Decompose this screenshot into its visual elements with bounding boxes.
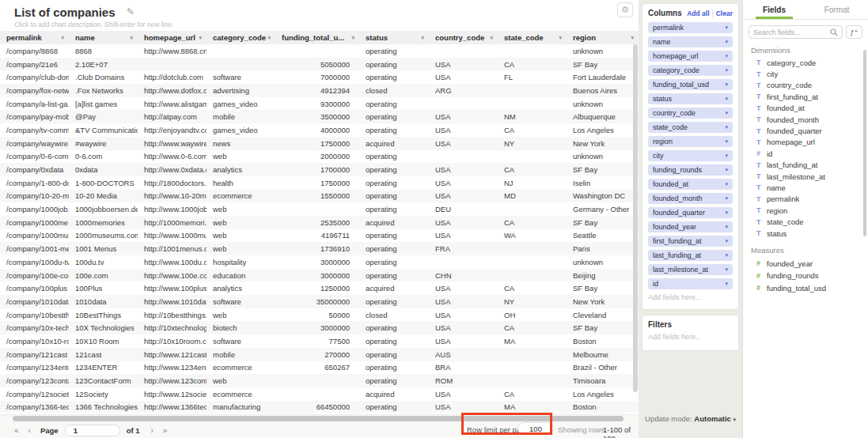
column-chip-category_code[interactable]: category_code▾ [648, 65, 733, 76]
field-item-founded_at[interactable]: Tfounded_at [743, 103, 868, 114]
measure-item-founded_year[interactable]: #founded_year [743, 257, 868, 270]
field-item-country_code[interactable]: Tcountry_code [743, 80, 868, 91]
chevron-down-icon[interactable]: ▾ [725, 153, 728, 159]
chevron-down-icon[interactable]: ▾ [725, 110, 728, 116]
column-header-homepage_url[interactable]: homepage_url▾ [138, 31, 207, 44]
sort-caret-icon[interactable]: ▾ [199, 35, 202, 41]
sort-caret-icon[interactable]: ▾ [631, 35, 634, 41]
field-item-founded_month[interactable]: Tfounded_month [743, 114, 868, 125]
chevron-down-icon[interactable]: ▾ [725, 25, 728, 31]
column-chip-name[interactable]: name▾ [648, 36, 733, 47]
filters-dropzone-placeholder[interactable]: Add fields here... [648, 333, 733, 341]
fields-scrollbar[interactable] [863, 50, 866, 236]
column-chip-country_code[interactable]: country_code▾ [648, 108, 733, 119]
chevron-down-icon[interactable]: ▾ [725, 81, 728, 88]
column-chip-status[interactable]: status▾ [648, 93, 733, 104]
chevron-down-icon[interactable]: ▾ [725, 252, 728, 259]
field-item-state_code[interactable]: Tstate_code [743, 216, 868, 227]
sort-caret-icon[interactable]: ▾ [421, 35, 424, 41]
measure-item-funding_rounds[interactable]: #funding_rounds [743, 270, 868, 282]
add-formula-button[interactable]: ƒ⁺ [846, 25, 862, 39]
chevron-down-icon[interactable]: ▾ [725, 53, 728, 59]
sort-caret-icon[interactable]: ▾ [61, 35, 64, 41]
column-header-status[interactable]: status▾ [359, 31, 429, 44]
field-item-id[interactable]: #id [743, 148, 868, 159]
clear-link[interactable]: Clear [716, 9, 733, 17]
chevron-down-icon[interactable]: ▾ [725, 181, 728, 187]
vertical-scrollbar[interactable] [633, 44, 638, 411]
chevron-down-icon[interactable]: ▾ [725, 67, 728, 74]
column-header-country_code[interactable]: country_code▾ [429, 31, 498, 44]
column-chip-permalink[interactable]: permalink▾ [648, 22, 733, 33]
column-chip-funding_rounds[interactable]: funding_rounds▾ [648, 164, 733, 176]
table-settings-button[interactable]: ⚙ [617, 2, 633, 17]
sort-caret-icon[interactable]: ▾ [559, 35, 562, 41]
field-item-permalink[interactable]: Tpermalink [743, 194, 868, 205]
filters-section: Filters Add fields here... [642, 315, 739, 351]
table-cell: CHN [429, 271, 498, 280]
column-chip-last_milestone_at[interactable]: last_milestone_at▾ [648, 264, 733, 275]
column-chip-state_code[interactable]: state_code▾ [648, 122, 733, 133]
column-chip-funding_total_usd[interactable]: funding_total_usd▾ [648, 79, 733, 90]
columns-dropzone-placeholder[interactable]: Add fields here... [648, 293, 733, 301]
chevron-down-icon[interactable]: ▾ [725, 39, 728, 45]
column-chip-last_funding_at[interactable]: last_funding_at▾ [648, 250, 733, 261]
field-item-city[interactable]: Tcity [743, 68, 868, 79]
column-chip-first_funding_at[interactable]: first_funding_at▾ [648, 236, 733, 247]
chevron-down-icon[interactable]: ▾ [725, 195, 728, 202]
table-cell: Boston [567, 402, 639, 411]
add-all-link[interactable]: Add all [687, 9, 709, 17]
tab-format[interactable]: Format [805, 0, 868, 19]
table-cell: NM [498, 112, 567, 121]
chevron-down-icon[interactable]: ▾ [725, 96, 728, 102]
last-page-button[interactable]: » [163, 426, 168, 435]
first-page-button[interactable]: « [14, 426, 19, 435]
field-item-status[interactable]: Tstatus [743, 228, 868, 239]
column-chip-founded_quarter[interactable]: founded_quarter▾ [648, 207, 733, 218]
field-item-first_funding_at[interactable]: Tfirst_funding_at [743, 91, 868, 102]
field-item-category_code[interactable]: Tcategory_code [743, 57, 868, 68]
search-fields-input[interactable] [753, 28, 824, 36]
column-chip-id[interactable]: id▾ [648, 278, 733, 289]
edit-title-icon[interactable]: ✎ [127, 6, 135, 17]
sort-caret-icon[interactable]: ▾ [130, 35, 133, 41]
column-chip-city[interactable]: city▾ [648, 150, 733, 161]
column-chip-founded_year[interactable]: founded_year▾ [648, 221, 733, 232]
table-cell: SF Bay [567, 60, 639, 69]
column-header-state_code[interactable]: state_code▾ [498, 31, 567, 44]
tab-fields[interactable]: Fields [743, 0, 805, 19]
next-page-button[interactable]: › [151, 426, 154, 435]
chevron-down-icon[interactable]: ▾ [725, 138, 728, 145]
column-header-category_code[interactable]: category_code▾ [207, 31, 275, 44]
chart-description-placeholder[interactable]: Click to add chart description. Shift-en… [14, 21, 173, 28]
update-mode-control[interactable]: Update mode: Automatic ▾ [639, 414, 742, 423]
column-chip-region[interactable]: region▾ [648, 136, 733, 147]
page-number-input[interactable] [65, 425, 120, 436]
sort-caret-icon[interactable]: ▾ [267, 35, 271, 41]
chevron-down-icon[interactable]: ▾ [725, 210, 728, 216]
field-item-region[interactable]: Tregion [743, 205, 868, 216]
column-chip-founded_month[interactable]: founded_month▾ [648, 193, 733, 204]
sort-caret-icon[interactable]: ▾ [490, 35, 493, 41]
column-header-funding_total_u[interactable]: funding_total_u...▾ [275, 31, 359, 44]
chevron-down-icon[interactable]: ▾ [725, 167, 728, 173]
column-header-name[interactable]: name▾ [69, 31, 138, 44]
field-item-last_milestone_at[interactable]: Tlast_milestone_at [743, 171, 868, 182]
measure-item-funding_total_usd[interactable]: #funding_total_usd [743, 281, 868, 294]
chevron-down-icon[interactable]: ▾ [725, 281, 728, 287]
chevron-down-icon[interactable]: ▾ [725, 238, 728, 244]
sort-caret-icon[interactable]: ▾ [351, 35, 354, 41]
column-header-permalink[interactable]: permalink▾ [0, 31, 69, 44]
chevron-down-icon[interactable]: ▾ [725, 266, 728, 273]
chevron-down-icon[interactable]: ▾ [725, 124, 728, 130]
column-chip-homepage_url[interactable]: homepage_url▾ [648, 51, 733, 62]
column-header-region[interactable]: region▾ [567, 31, 639, 44]
field-item-founded_quarter[interactable]: Tfounded_quarter [743, 125, 868, 136]
prev-page-button[interactable]: ‹ [28, 426, 31, 435]
column-chip-founded_at[interactable]: founded_at▾ [648, 179, 733, 190]
chevron-down-icon[interactable]: ▾ [725, 224, 728, 230]
field-item-homepage_url[interactable]: Thomepage_url [743, 137, 868, 148]
search-fields-box[interactable] [749, 25, 843, 39]
field-item-name[interactable]: Tname [743, 182, 868, 193]
field-item-last_funding_at[interactable]: Tlast_funding_at [743, 160, 868, 171]
